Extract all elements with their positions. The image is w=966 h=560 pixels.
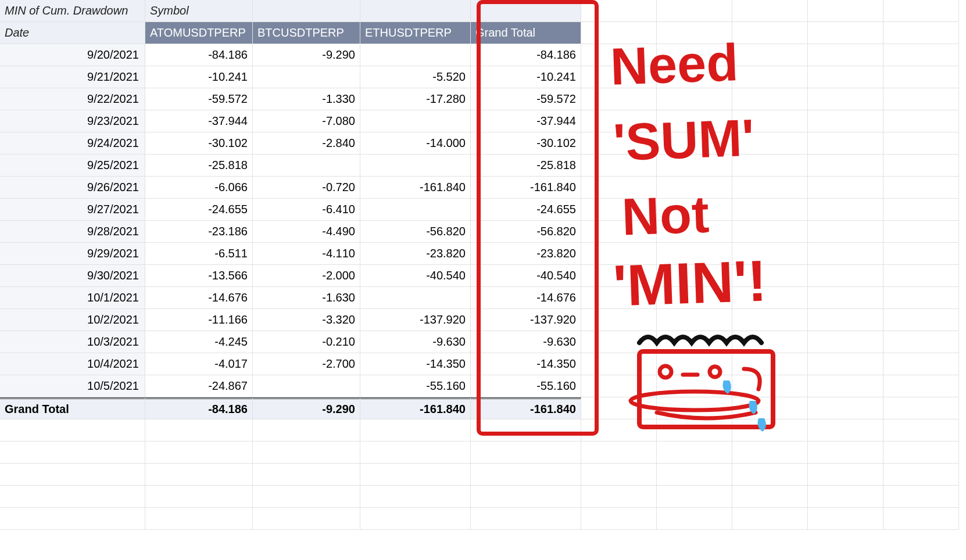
spreadsheet-cell[interactable] bbox=[253, 419, 360, 441]
spreadsheet-cell[interactable] bbox=[732, 88, 808, 110]
spreadsheet-cell[interactable] bbox=[883, 486, 959, 508]
pivot-data-cell[interactable]: -25.818 bbox=[471, 155, 581, 177]
spreadsheet-cell[interactable] bbox=[732, 375, 808, 397]
pivot-data-cell[interactable]: -137.920 bbox=[471, 309, 581, 331]
spreadsheet-cell[interactable] bbox=[657, 177, 732, 199]
spreadsheet-cell[interactable] bbox=[253, 508, 360, 530]
pivot-data-cell[interactable]: -84.186 bbox=[145, 44, 253, 66]
spreadsheet-cell[interactable] bbox=[808, 441, 883, 464]
pivot-data-cell[interactable]: -6.410 bbox=[253, 199, 360, 221]
pivot-data-cell[interactable]: -10.241 bbox=[471, 66, 581, 88]
spreadsheet-cell[interactable] bbox=[581, 331, 657, 353]
pivot-row-date[interactable]: 9/20/2021 bbox=[0, 44, 145, 66]
spreadsheet-cell[interactable] bbox=[808, 508, 883, 530]
pivot-column-header[interactable]: ATOMUSDTPERP bbox=[145, 22, 253, 44]
spreadsheet-cell[interactable] bbox=[732, 441, 808, 464]
spreadsheet-cell[interactable] bbox=[471, 508, 581, 530]
spreadsheet-cell[interactable] bbox=[0, 419, 145, 441]
spreadsheet-cell[interactable] bbox=[808, 309, 883, 331]
spreadsheet-cell[interactable] bbox=[808, 287, 883, 309]
spreadsheet-cell[interactable] bbox=[732, 287, 808, 309]
pivot-data-cell[interactable]: -6.511 bbox=[145, 243, 253, 265]
spreadsheet-cell[interactable] bbox=[657, 66, 732, 88]
spreadsheet-cell[interactable] bbox=[657, 199, 732, 221]
pivot-data-cell[interactable]: -40.540 bbox=[471, 265, 581, 287]
pivot-data-cell[interactable]: -13.566 bbox=[145, 265, 253, 287]
pivot-data-cell[interactable]: -30.102 bbox=[471, 132, 581, 155]
spreadsheet-cell[interactable] bbox=[883, 44, 959, 66]
pivot-grand-total-cell[interactable]: -9.290 bbox=[253, 397, 360, 419]
pivot-data-cell[interactable]: -161.840 bbox=[471, 177, 581, 199]
spreadsheet-cell[interactable] bbox=[145, 419, 253, 441]
spreadsheet-cell[interactable] bbox=[732, 464, 808, 486]
spreadsheet-cell[interactable] bbox=[657, 221, 732, 243]
pivot-data-cell[interactable]: -59.572 bbox=[145, 88, 253, 110]
pivot-data-cell[interactable]: -4.110 bbox=[253, 243, 360, 265]
spreadsheet-cell[interactable] bbox=[360, 419, 471, 441]
spreadsheet-cell[interactable] bbox=[581, 155, 657, 177]
spreadsheet-cell[interactable] bbox=[581, 44, 657, 66]
spreadsheet-cell[interactable] bbox=[657, 375, 732, 397]
pivot-data-cell[interactable] bbox=[253, 155, 360, 177]
pivot-data-cell[interactable]: -2.000 bbox=[253, 265, 360, 287]
pivot-data-cell[interactable]: -17.280 bbox=[360, 88, 471, 110]
spreadsheet-cell[interactable] bbox=[581, 441, 657, 464]
spreadsheet-cell[interactable] bbox=[732, 177, 808, 199]
spreadsheet-cell[interactable] bbox=[581, 419, 657, 441]
pivot-data-cell[interactable]: -9.630 bbox=[471, 331, 581, 353]
spreadsheet-cell[interactable] bbox=[808, 397, 883, 419]
spreadsheet-cell[interactable] bbox=[808, 486, 883, 508]
spreadsheet-cell[interactable] bbox=[657, 464, 732, 486]
spreadsheet-cell[interactable] bbox=[808, 464, 883, 486]
spreadsheet-cell[interactable] bbox=[883, 265, 959, 287]
spreadsheet-cell[interactable] bbox=[657, 419, 732, 441]
spreadsheet-cell[interactable] bbox=[253, 441, 360, 464]
spreadsheet-cell[interactable] bbox=[808, 177, 883, 199]
spreadsheet-cell[interactable] bbox=[471, 486, 581, 508]
spreadsheet-cell[interactable] bbox=[657, 22, 732, 44]
spreadsheet-cell[interactable] bbox=[883, 287, 959, 309]
pivot-header-cell[interactable] bbox=[360, 0, 471, 22]
spreadsheet-cell[interactable] bbox=[883, 110, 959, 132]
spreadsheet-cell[interactable] bbox=[883, 66, 959, 88]
pivot-data-cell[interactable]: -24.655 bbox=[471, 199, 581, 221]
pivot-data-cell[interactable]: -2.840 bbox=[253, 132, 360, 155]
spreadsheet-cell[interactable] bbox=[883, 375, 959, 397]
pivot-data-cell[interactable]: -14.676 bbox=[145, 287, 253, 309]
pivot-row-date[interactable]: 9/26/2021 bbox=[0, 177, 145, 199]
spreadsheet-cell[interactable] bbox=[657, 132, 732, 155]
pivot-row-date[interactable]: 9/27/2021 bbox=[0, 199, 145, 221]
spreadsheet-cell[interactable] bbox=[471, 464, 581, 486]
pivot-row-date[interactable]: 9/22/2021 bbox=[0, 88, 145, 110]
spreadsheet-cell[interactable] bbox=[657, 508, 732, 530]
pivot-data-cell[interactable]: -161.840 bbox=[360, 177, 471, 199]
pivot-grand-total-label[interactable]: Grand Total bbox=[0, 397, 145, 419]
spreadsheet-cell[interactable] bbox=[657, 353, 732, 375]
spreadsheet-cell[interactable] bbox=[808, 22, 883, 44]
spreadsheet-cell[interactable] bbox=[808, 66, 883, 88]
spreadsheet-cell[interactable] bbox=[883, 419, 959, 441]
pivot-data-cell[interactable]: -55.160 bbox=[471, 375, 581, 397]
spreadsheet-cell[interactable] bbox=[581, 309, 657, 331]
pivot-row-date[interactable]: 9/30/2021 bbox=[0, 265, 145, 287]
pivot-data-cell[interactable]: -30.102 bbox=[145, 132, 253, 155]
spreadsheet-cell[interactable] bbox=[808, 155, 883, 177]
spreadsheet-cell[interactable] bbox=[581, 221, 657, 243]
spreadsheet-cell[interactable] bbox=[657, 441, 732, 464]
spreadsheet-cell[interactable] bbox=[0, 464, 145, 486]
pivot-data-cell[interactable]: -10.241 bbox=[145, 66, 253, 88]
spreadsheet-cell[interactable] bbox=[883, 243, 959, 265]
pivot-row-date[interactable]: 10/4/2021 bbox=[0, 353, 145, 375]
spreadsheet-cell[interactable] bbox=[883, 22, 959, 44]
pivot-data-cell[interactable]: -23.820 bbox=[360, 243, 471, 265]
pivot-data-cell[interactable] bbox=[253, 375, 360, 397]
pivot-data-cell[interactable]: -55.160 bbox=[360, 375, 471, 397]
pivot-row-date[interactable]: 9/29/2021 bbox=[0, 243, 145, 265]
spreadsheet-cell[interactable] bbox=[657, 44, 732, 66]
spreadsheet-cell[interactable] bbox=[808, 110, 883, 132]
spreadsheet-cell[interactable] bbox=[471, 419, 581, 441]
pivot-data-cell[interactable]: -14.000 bbox=[360, 132, 471, 155]
spreadsheet-cell[interactable] bbox=[732, 486, 808, 508]
pivot-data-cell[interactable]: -14.676 bbox=[471, 287, 581, 309]
pivot-data-cell[interactable]: -3.320 bbox=[253, 309, 360, 331]
